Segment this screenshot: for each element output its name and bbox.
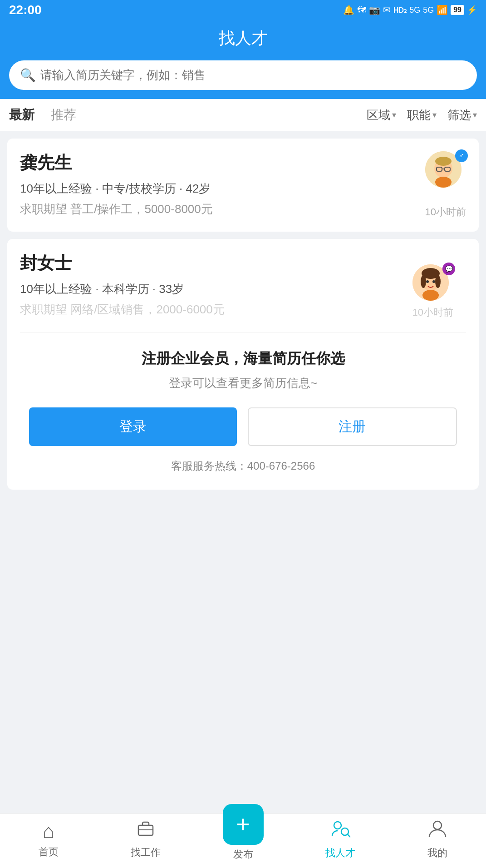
nav-find-talent[interactable]: 找人才 — [292, 819, 389, 860]
search-bar[interactable]: 🔍 — [9, 60, 477, 90]
nav-mine[interactable]: 我的 — [389, 819, 486, 860]
chevron-down-icon: ▾ — [392, 110, 396, 120]
nav-home[interactable]: ⌂ 首页 — [0, 820, 97, 859]
login-title: 注册企业会员，海量简历任你选 — [29, 349, 457, 369]
profile-info-1: 10年以上经验 · 中专/技校学历 · 42岁 — [20, 181, 466, 197]
nav-home-label: 首页 — [39, 845, 59, 859]
filter-region[interactable]: 区域 ▾ — [367, 107, 396, 123]
battery-icon: 99 — [451, 5, 464, 15]
chevron-down-icon-3: ▾ — [473, 110, 477, 120]
filter-tabs: 最新 推荐 区域 ▾ 职能 ▾ 筛选 ▾ — [0, 99, 486, 131]
signal-5g-1: 5G — [409, 5, 420, 15]
gender-badge-2: 💬 — [442, 263, 455, 275]
login-button[interactable]: 登录 — [29, 407, 237, 446]
tab-recommended[interactable]: 推荐 — [51, 106, 76, 124]
gender-badge-1: ♂ — [455, 149, 468, 162]
profile-avatar-2: 💬 — [412, 264, 453, 305]
hd-icon: HD₂ — [393, 6, 407, 15]
plus-icon: + — [236, 813, 250, 836]
nav-publish-label: 发布 — [233, 848, 253, 861]
login-subtitle: 登录可以查看更多简历信息~ — [29, 375, 457, 391]
status-icons: 🔔 🗺 📷 ✉ HD₂ 5G 5G 📶 99 ⚡ — [343, 5, 477, 15]
profile-time-1: 10小时前 — [425, 205, 466, 219]
svg-point-10 — [421, 275, 426, 288]
profile-expect-1: 求职期望 普工/操作工，5000-8000元 — [20, 201, 466, 217]
nav-find-job-label: 找工作 — [131, 846, 161, 859]
wifi-icon: 📶 — [437, 5, 448, 15]
home-icon: ⌂ — [43, 820, 55, 843]
hotline-text: 客服服务热线：400-676-2566 — [29, 459, 457, 473]
mail-icon: ✉ — [383, 5, 391, 15]
profile-expect-2: 求职期望 网络/区域销售，2000-6000元 — [20, 302, 466, 317]
chevron-down-icon-2: ▾ — [432, 110, 437, 120]
page-header: 找人才 — [0, 20, 486, 60]
nav-find-talent-label: 找人才 — [325, 846, 355, 860]
search-icon: 🔍 — [20, 68, 36, 83]
nav-find-job[interactable]: 找工作 — [97, 819, 194, 859]
profile-time-2: 10小时前 — [412, 306, 453, 319]
profile-avatar-1: ♂ — [425, 151, 466, 192]
user-icon — [427, 819, 447, 843]
svg-point-14 — [422, 290, 439, 301]
profile-name-2: 封女士 — [20, 252, 466, 275]
map-icon: 🗺 — [357, 5, 366, 15]
status-bar: 22:00 🔔 🗺 📷 ✉ HD₂ 5G 5G 📶 99 ⚡ — [0, 0, 486, 20]
svg-point-11 — [435, 275, 441, 288]
nav-mine-label: 我的 — [427, 846, 447, 860]
tab-latest[interactable]: 最新 — [9, 106, 34, 124]
register-button[interactable]: 注册 — [248, 407, 457, 446]
search-wrapper: 🔍 — [0, 60, 486, 99]
svg-point-17 — [334, 822, 341, 829]
briefcase-icon — [136, 819, 156, 843]
login-prompt: 注册企业会员，海量简历任你选 登录可以查看更多简历信息~ 登录 注册 客服服务热… — [20, 332, 466, 490]
svg-point-6 — [435, 177, 452, 188]
publish-button[interactable]: + — [223, 804, 264, 845]
svg-line-19 — [348, 834, 350, 837]
filter-screen[interactable]: 筛选 ▾ — [447, 107, 477, 123]
bottom-navigation: ⌂ 首页 找工作 + 发布 找人才 我的 — [0, 813, 486, 868]
signal-5g-2: 5G — [423, 5, 434, 15]
svg-point-2 — [435, 157, 452, 166]
profile-name-1: 龚先生 — [20, 151, 466, 174]
svg-point-13 — [432, 280, 435, 283]
filter-function[interactable]: 职能 ▾ — [407, 107, 437, 123]
search-input[interactable] — [40, 68, 466, 82]
profile-info-2: 10年以上经验 · 本科学历 · 33岁 — [20, 281, 466, 297]
talent-icon — [330, 819, 350, 843]
charge-icon: ⚡ — [467, 5, 477, 15]
profile-card-1[interactable]: 龚先生 10年以上经验 · 中专/技校学历 · 42岁 求职期望 普工/操作工，… — [7, 139, 479, 232]
page-title: 找人才 — [9, 27, 477, 50]
notification-icon: 🔔 — [343, 5, 354, 15]
status-time: 22:00 — [9, 3, 42, 17]
login-buttons: 登录 注册 — [29, 407, 457, 446]
svg-point-20 — [433, 821, 442, 829]
camera-icon: 📷 — [369, 5, 380, 15]
content-area: 龚先生 10年以上经验 · 中专/技校学历 · 42岁 求职期望 普工/操作工，… — [0, 131, 486, 868]
svg-point-12 — [426, 280, 429, 283]
profile-card-2[interactable]: 封女士 10年以上经验 · 本科学历 · 33岁 求职期望 网络/区域销售，20… — [7, 239, 479, 490]
nav-publish[interactable]: + 发布 — [194, 818, 291, 861]
